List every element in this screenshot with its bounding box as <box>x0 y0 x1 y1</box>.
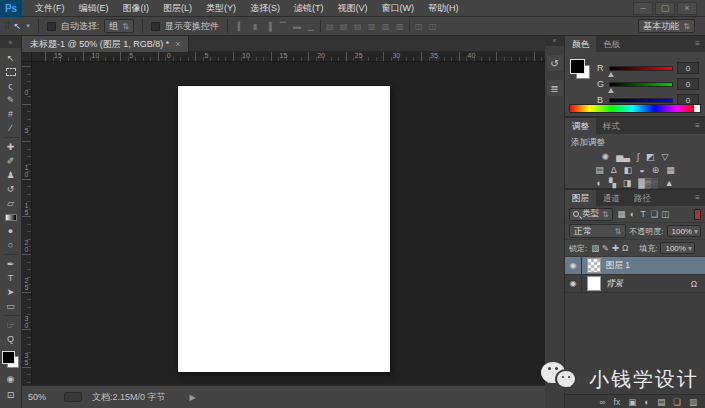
auto-select-target-dropdown[interactable]: 组 ⇅ <box>104 19 134 33</box>
history-panel-icon[interactable]: ↺ <box>547 55 563 71</box>
auto-align-layers-icon[interactable]: ◫ <box>414 22 424 31</box>
blur-tool[interactable]: ● <box>0 224 21 238</box>
visibility-toggle[interactable]: ◉ <box>565 275 582 292</box>
menu-help[interactable]: 帮助(H) <box>421 0 466 17</box>
new-group-icon[interactable]: ▤ <box>657 397 665 407</box>
close-button[interactable]: × <box>677 2 697 15</box>
type-tool[interactable]: T <box>0 271 21 285</box>
opacity-field[interactable]: 100% ▾ <box>667 225 701 237</box>
ruler-corner[interactable] <box>22 52 32 62</box>
link-layers-icon[interactable]: ∞ <box>599 397 605 407</box>
lasso-tool[interactable]: ς <box>0 79 21 93</box>
brightness-contrast-icon[interactable]: ✺ <box>602 152 610 162</box>
menu-filter[interactable]: 滤镜(T) <box>287 0 331 17</box>
tool-preset-caret-icon[interactable]: ▾ <box>26 22 30 30</box>
posterize-icon[interactable]: ▚ <box>609 178 616 188</box>
hand-tool[interactable]: ☞ <box>0 318 21 332</box>
rectangle-tool[interactable]: ▭ <box>0 299 21 313</box>
filter-shape-layers-icon[interactable]: ❏ <box>649 209 660 219</box>
panel-menu-icon[interactable]: ≡ <box>695 118 705 134</box>
menu-window[interactable]: 窗口(W) <box>375 0 422 17</box>
blue-channel-slider[interactable] <box>609 98 673 103</box>
lock-all-icon[interactable]: Ω <box>620 243 630 253</box>
distribute-top-edges-icon[interactable]: ▤ <box>325 22 335 31</box>
layer-filter-type-dropdown[interactable]: 类型 ⇅ <box>569 208 613 221</box>
distribute-right-edges-icon[interactable]: ▥ <box>395 22 405 31</box>
move-tool[interactable]: ↖ <box>0 51 21 65</box>
panel-menu-icon[interactable]: ≡ <box>695 36 705 52</box>
hue-saturation-icon[interactable]: ▤ <box>595 165 604 175</box>
layer-thumbnail[interactable] <box>587 258 601 273</box>
clone-stamp-tool[interactable]: ♟ <box>0 168 21 182</box>
filter-smart-objects-icon[interactable]: ◫ <box>660 209 671 219</box>
canvas-viewport[interactable] <box>32 62 545 385</box>
new-adjustment-layer-icon[interactable]: ◐ <box>644 397 649 407</box>
crop-tool[interactable]: # <box>0 107 21 121</box>
edit-in-quick-mask-button[interactable]: ◉ <box>0 372 21 386</box>
move-tool-preset-icon[interactable]: ↖ <box>14 21 22 31</box>
tab-channels[interactable]: 通道 <box>596 190 627 206</box>
lock-image-pixels-icon[interactable]: ✎ <box>600 243 610 253</box>
filter-type-layers-icon[interactable]: T <box>638 209 649 219</box>
strip-expand-button[interactable]: « <box>545 36 564 46</box>
auto-select-checkbox[interactable] <box>47 22 56 31</box>
menu-file[interactable]: 文件(F) <box>28 0 72 17</box>
options-separator[interactable] <box>320 20 321 32</box>
eraser-tool[interactable]: ▱ <box>0 196 21 210</box>
black-white-icon[interactable]: ◧ <box>624 165 633 175</box>
properties-panel-icon[interactable]: ≣ <box>547 80 563 96</box>
photo-filter-icon[interactable]: ◒ <box>639 165 644 175</box>
vertical-ruler[interactable]: 05101520253035 <box>22 62 32 385</box>
distribute-vertical-centers-icon[interactable]: ▤ <box>339 22 349 31</box>
align-horizontal-centers-icon[interactable]: ▮ <box>250 22 260 31</box>
tab-adjustments[interactable]: 调整 <box>565 118 596 134</box>
menu-type[interactable]: 类型(Y) <box>199 0 243 17</box>
tab-paths[interactable]: 路径 <box>627 190 658 206</box>
lock-position-icon[interactable]: ✚ <box>610 243 620 253</box>
menu-select[interactable]: 选择(S) <box>243 0 287 17</box>
menu-edit[interactable]: 编辑(E) <box>72 0 116 17</box>
red-channel-value[interactable]: 0 <box>677 62 699 74</box>
foreground-background-colors[interactable] <box>0 346 21 372</box>
distribute-horizontal-centers-icon[interactable]: ▥ <box>381 22 391 31</box>
layer-row-layer-1[interactable]: ◉ 图层 1 <box>565 257 705 275</box>
delete-layer-icon[interactable]: ▥ <box>689 397 697 407</box>
filter-adjustment-layers-icon[interactable]: ◐ <box>627 209 638 219</box>
vibrance-icon[interactable]: ▽ <box>661 152 668 162</box>
pen-tool[interactable]: ✒ <box>0 257 21 271</box>
maximize-button[interactable]: ▢ <box>655 2 675 15</box>
new-layer-icon[interactable]: ❏ <box>673 397 681 407</box>
color-spectrum-ramp[interactable] <box>569 104 701 113</box>
status-options-arrow-icon[interactable]: ▶ <box>190 393 196 402</box>
lock-transparent-pixels-icon[interactable]: ▨ <box>590 243 600 253</box>
channel-mixer-icon[interactable]: ⊛ <box>652 165 660 175</box>
threshold-icon[interactable]: ◨ <box>623 178 632 188</box>
invert-icon[interactable]: ◐ <box>596 178 601 188</box>
curves-icon[interactable]: ʃ <box>637 152 639 162</box>
workspace-switcher-dropdown[interactable]: 基本功能 ⇅ <box>638 19 695 33</box>
tab-close-icon[interactable]: × <box>175 39 180 49</box>
path-selection-tool[interactable]: ➤ <box>0 285 21 299</box>
tab-color[interactable]: 颜色 <box>565 36 596 52</box>
align-bottom-edges-icon[interactable]: ▁ <box>306 22 316 31</box>
tab-layers[interactable]: 图层 <box>565 190 596 206</box>
dock-collapse-button[interactable]: « <box>0 36 21 48</box>
align-vertical-centers-icon[interactable]: ▬ <box>292 22 302 31</box>
foreground-background-swatch[interactable] <box>570 59 590 79</box>
red-channel-slider[interactable] <box>609 66 673 71</box>
layer-filter-toggle-switch[interactable] <box>694 209 701 220</box>
zoom-tool[interactable]: Q <box>0 332 21 346</box>
show-transform-controls-checkbox[interactable] <box>151 22 160 31</box>
distribute-bottom-edges-icon[interactable]: ▤ <box>353 22 363 31</box>
dodge-tool[interactable]: ○ <box>0 238 21 252</box>
screen-mode-button[interactable]: ⊡ <box>0 388 21 402</box>
eyedropper-tool[interactable]: ∕ <box>0 121 21 135</box>
selective-color-icon[interactable]: ▲ <box>665 178 674 188</box>
document-tab[interactable]: 未标题-1 @ 50% (图层 1, RGB/8) * × <box>22 36 189 52</box>
layer-name[interactable]: 背景 <box>606 278 623 290</box>
menu-image[interactable]: 图像(I) <box>116 0 157 17</box>
options-separator[interactable] <box>409 20 410 32</box>
blend-mode-dropdown[interactable]: 正常 ⇅ <box>569 224 626 238</box>
status-widget[interactable] <box>64 392 82 402</box>
slider-thumb[interactable] <box>608 72 614 77</box>
